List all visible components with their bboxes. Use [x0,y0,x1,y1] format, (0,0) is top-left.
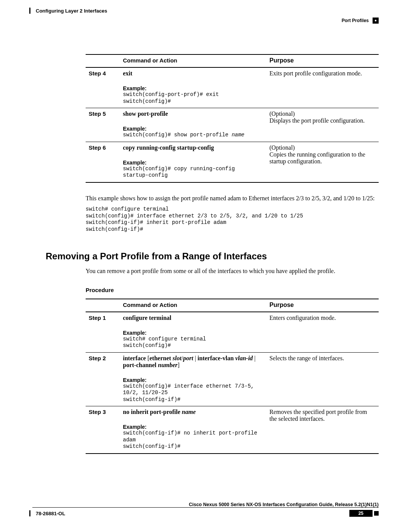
code-block: switch# configure terminal switch(config… [86,206,379,233]
table-row: Step 4 exit Example: switch(config-port-… [86,67,379,108]
cmd-ital: vlan-id [234,355,253,361]
cmd-ital: number [156,362,178,368]
header-mark-icon [373,18,379,24]
table-header-command: Command or Action [120,54,266,67]
table-header-blank [86,299,120,312]
command-title: configure terminal [123,315,263,321]
code-text: switch(config)# show port-profile [123,132,232,138]
example-code: switch(config-port-prof)# exit switch(co… [123,91,263,105]
command-cell: exit Example: switch(config-port-prof)# … [120,67,266,108]
table-row: Step 6 copy running-config startup-confi… [86,142,379,182]
purpose-cell: Removes the specified port profile from … [266,406,379,454]
page-header: Configuring Layer 2 Interfaces Port Prof… [32,8,379,24]
procedure-table-2: Command or Action Purpose Step 1 configu… [86,299,379,454]
step-label: Step 6 [86,142,120,182]
example-label: Example: [123,160,263,166]
command-cell: interface [ethernet slot/port | interfac… [120,352,266,406]
command-title: exit [123,70,263,77]
footer-right: 25 [349,510,379,517]
part-number: 78-26881-OL [36,511,65,516]
step-label: Step 5 [86,108,120,142]
example-label: Example: [123,377,263,383]
procedure-heading: Procedure [86,287,379,293]
purpose-cell: (Optional) Copies the running configurat… [266,142,379,182]
procedure-table-1: Command or Action Purpose Step 4 exit Ex… [86,54,379,183]
example-code: switch(config)# copy running-config star… [123,166,263,179]
header-tick-icon [29,8,30,14]
table-row: Step 2 interface [ethernet slot/port | i… [86,352,379,406]
footer-row: 78-26881-OL 25 [32,510,379,517]
purpose-cell: Exits port profile configuration mode. [266,67,379,108]
command-cell: no inherit port-profile name Example: sw… [120,406,266,454]
cmd-plain: | [253,355,255,361]
page-footer: Cisco Nexus 5000 Series NX-OS Interfaces… [32,509,379,517]
purpose-cell: (Optional) Displays the port profile con… [266,108,379,142]
command-cell: configure terminal Example: switch# conf… [120,312,266,353]
example-label: Example: [123,424,263,430]
step-label: Step 4 [86,67,120,108]
cmd-plain: ] [178,362,180,368]
step-label: Step 2 [86,352,120,406]
footer-left: 78-26881-OL [29,510,65,516]
example-label: Example: [123,126,263,132]
purpose-cell: Enters configuration mode. [266,312,379,353]
footer-tick-icon [29,510,30,516]
table-row: Step 3 no inherit port-profile name Exam… [86,406,379,454]
paragraph: This example shows how to assign the por… [86,194,379,203]
cmd-bold: port-channel [123,362,156,368]
example-code: switch(config-if)# no inherit port-profi… [123,430,263,450]
step-label: Step 1 [86,312,120,353]
cmd-bold: interface-vlan [198,355,234,361]
page-number: 25 [349,510,373,517]
section-title: Port Profiles [342,18,369,23]
cmd-plain: [ [146,355,149,361]
command-cell: show port-profile Example: switch(config… [120,108,266,142]
section-heading: Removing a Port Profile from a Range of … [46,251,379,262]
command-cell: copy running-config startup-config Examp… [120,142,266,182]
purpose-cell: Selects the range of interfaces. [266,352,379,406]
example-label: Example: [123,330,263,336]
example-code: switch(config)# interface ethernet 7/3-5… [123,383,263,403]
command-title: no inherit port-profile name [123,409,263,415]
cmd-plain: | [193,355,198,361]
cmd-bold: interface [123,355,146,361]
footer-rule [32,507,379,508]
footer-guide-title: Cisco Nexus 5000 Series NX-OS Interfaces… [32,502,379,507]
cmd-ital: port [183,355,193,361]
table-header-purpose: Purpose [266,54,379,67]
chapter-title: Configuring Layer 2 Interfaces [36,8,107,14]
step-label: Step 3 [86,406,120,454]
page: Configuring Layer 2 Interfaces Port Prof… [0,0,411,532]
cmd-ital: slot [171,355,182,361]
footer-mark-icon [374,511,379,516]
cmd-bold: no inherit port-profile [123,409,180,415]
command-title: interface [ethernet slot/port | interfac… [123,355,263,369]
table-row: Step 1 configure terminal Example: switc… [86,312,379,353]
table-header-blank [86,54,120,67]
table-header-command: Command or Action [120,299,266,312]
paragraph: You can remove a port profile from some … [86,267,379,275]
code-param: name [232,132,245,138]
table-row: Step 5 show port-profile Example: switch… [86,108,379,142]
header-left: Configuring Layer 2 Interfaces [29,8,107,14]
cmd-bold: ethernet [150,355,171,361]
header-right: Port Profiles [342,18,379,24]
example-code: switch(config)# show port-profile name [123,132,263,139]
command-title: show port-profile [123,110,263,117]
command-title: copy running-config startup-config [123,144,263,151]
content: Command or Action Purpose Step 4 exit Ex… [86,54,379,454]
example-code: switch# configure terminal switch(config… [123,336,263,349]
cmd-ital: name [180,409,196,415]
example-label: Example: [123,85,263,91]
table-header-purpose: Purpose [266,299,379,312]
